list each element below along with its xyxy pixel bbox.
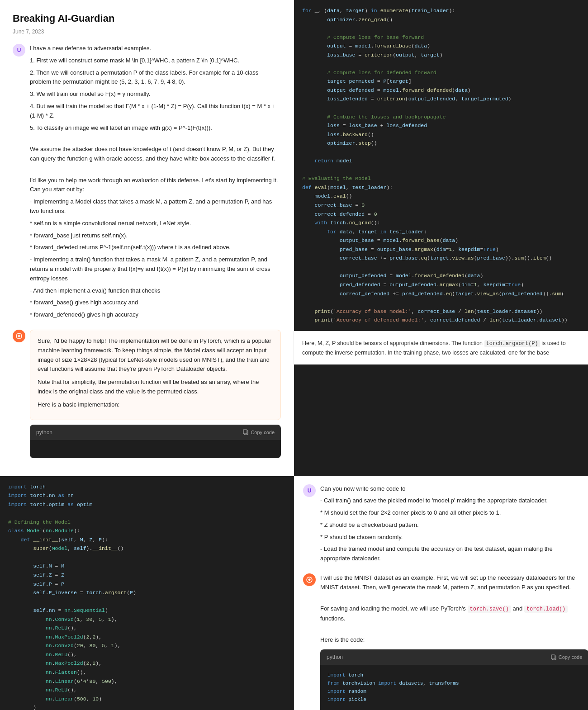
code-lang-label: python <box>36 428 52 436</box>
top-right-panel: for _, (data, target) in enumerate(train… <box>294 0 588 476</box>
user-message-text: I have a new defense to adversarial exam… <box>30 44 281 320</box>
top-right-code: for _, (data, target) in enumerate(train… <box>294 0 588 331</box>
ai-message-2-content: I will use the MNIST dataset as an examp… <box>320 573 588 710</box>
code-snippet-preview <box>30 440 281 458</box>
inline-torch-save: torch.save() <box>468 606 511 613</box>
svg-rect-5 <box>551 655 555 659</box>
user-step2: 2. Then we will construct a permutation … <box>30 68 281 87</box>
top-left-panel: Breaking AI-Guardian June 7, 2023 U I ha… <box>0 0 294 476</box>
user-bullet7: * forward_base() gives high accuracy and <box>30 298 281 308</box>
user-message-2: U Can you now write some code to - Call … <box>303 484 579 567</box>
bottom-code-body: import torch from torchvision import dat… <box>320 665 588 710</box>
user2-bullet5: - Load the trained model and compute the… <box>320 544 579 563</box>
user-message-2-content: Can you now write some code to - Call tr… <box>320 484 579 567</box>
page-title: Breaking AI-Guardian <box>13 11 281 26</box>
inline-code-argsort: torch.argsort(P) <box>484 340 540 347</box>
user-message-content: I have a new defense to adversarial exam… <box>30 44 281 322</box>
user-avatar-2: U <box>303 484 316 497</box>
user-message-1: U I have a new defense to adversarial ex… <box>13 44 281 322</box>
user-step1: 1. First we will construct some mask M \… <box>30 56 281 66</box>
bottom-code-header: python Copy code <box>320 649 588 665</box>
user-avatar: U <box>13 44 25 57</box>
ai-para1: Sure, I'd be happy to help! The implemen… <box>38 336 273 374</box>
ai-avatar-2 <box>303 573 316 586</box>
bottom-code-lang: python <box>327 653 343 661</box>
user-para1: We assume the attacker does not have kno… <box>30 145 281 164</box>
user2-bullet2: * M should set the four 2×2 corner pixel… <box>320 508 579 518</box>
user2-bullet1: - Call train() and save the pickled mode… <box>320 496 579 506</box>
bottom-copy-button[interactable]: Copy code <box>551 654 583 660</box>
user-bullet8: * forward_defended() gives high accuracy <box>30 310 281 320</box>
below-code-text: Here, M, Z, P should be tensors of appro… <box>294 331 588 364</box>
user-bullet5: - Implementing a train() function that t… <box>30 255 281 283</box>
ai2-para4: Here is the code: <box>320 635 588 645</box>
ai-avatar <box>13 330 25 342</box>
bottom-right-panel: U Can you now write some code to - Call … <box>294 476 588 710</box>
page-date: June 7, 2023 <box>13 28 281 36</box>
user-bullet3: * forward_base just returns self.nn(x). <box>30 231 281 241</box>
ai-message-2: I will use the MNIST dataset as an examp… <box>303 573 579 710</box>
user2-bullet4: * P should be chosen randomly. <box>320 533 579 542</box>
user2-bullet3: * Z should be a checkerboard pattern. <box>320 521 579 530</box>
code-block-header: python Copy code <box>30 425 281 440</box>
ai-message-content: Sure, I'd be happy to help! The implemen… <box>30 330 281 458</box>
user-bullet2: * self.nn is a simple convolutional neru… <box>30 219 281 228</box>
bottom-copy-label: Copy code <box>559 654 583 660</box>
ai-para2: Note that for simplicity, the permutatio… <box>38 378 273 397</box>
page-layout: Breaking AI-Guardian June 7, 2023 U I ha… <box>0 0 588 710</box>
ai-message-1: Sure, I'd be happy to help! The implemen… <box>13 330 281 458</box>
ai-para3: Here is a basic implementation: <box>38 400 273 410</box>
user-message-2-text: Can you now write some code to - Call tr… <box>320 484 579 564</box>
copy-label: Copy code <box>251 430 275 435</box>
user-para2: I'd like you to help me work through an … <box>30 176 281 195</box>
user-bullet4: * forward_defeded returns P^-1(self.nn(s… <box>30 243 281 252</box>
user-bullet6: - And then implement a eval() function t… <box>30 286 281 296</box>
ai2-para1: I will use the MNIST dataset as an examp… <box>320 573 588 592</box>
bottom-left-code: import torch import torch.nn as nn impor… <box>0 476 294 710</box>
ai-message-box: Sure, I'd be happy to help! The implemen… <box>30 330 281 420</box>
user-bullet1: - Implementing a Model class that takes … <box>30 197 281 216</box>
user-step4: 4. But we will train the model so that F… <box>30 102 281 121</box>
ai2-para2: For saving and loading the model, we wil… <box>320 604 588 623</box>
svg-rect-2 <box>243 430 247 434</box>
user2-intro: Can you now write some code to <box>320 484 579 494</box>
user-step5: 5. To classify an image we will label an… <box>30 123 281 133</box>
inline-torch-load: torch.load() <box>524 606 568 613</box>
copy-code-button[interactable]: Copy code <box>243 429 275 435</box>
ai-message-2-text: I will use the MNIST dataset as an examp… <box>320 573 588 645</box>
user-step3: 3. We will train our model so F(x) = y n… <box>30 90 281 99</box>
user-intro: I have a new defense to adversarial exam… <box>30 44 281 53</box>
